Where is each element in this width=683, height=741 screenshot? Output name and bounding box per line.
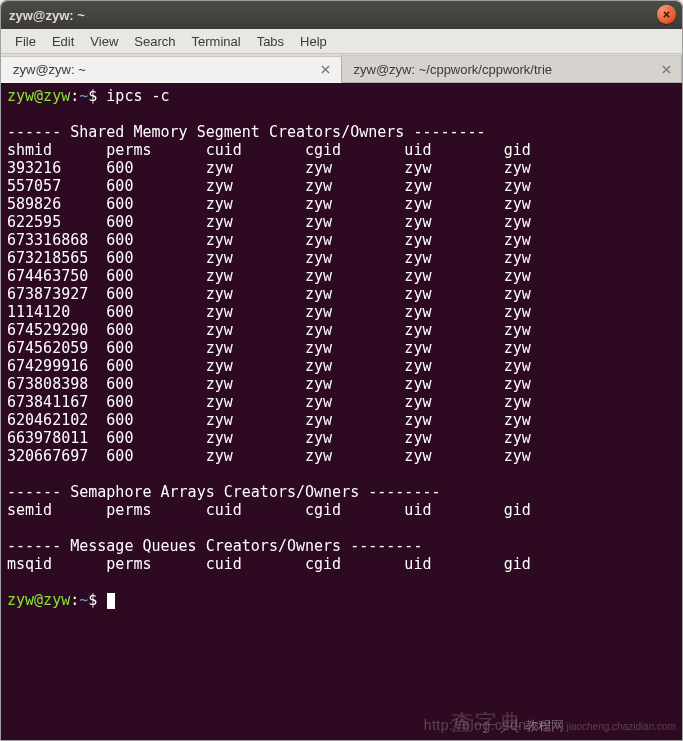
tab-close-icon[interactable] (659, 62, 673, 76)
menubar: FileEditViewSearchTerminalTabsHelp (1, 29, 682, 54)
command-text: ipcs -c (106, 87, 169, 105)
tab-label: zyw@zyw: ~/cppwork/cppwork/trie (354, 62, 553, 77)
tabbar: zyw@zyw: ~zyw@zyw: ~/cppwork/cppwork/tri… (1, 54, 682, 83)
terminal-tab-0[interactable]: zyw@zyw: ~ (1, 56, 342, 83)
prompt-path: ~ (79, 87, 88, 105)
terminal-output[interactable]: zyw@zyw:~$ ipcs -c ------ Shared Memory … (1, 83, 682, 740)
window-title: zyw@zyw: ~ (9, 8, 85, 23)
window-close-button[interactable] (657, 5, 676, 24)
close-icon (662, 10, 671, 19)
terminal-tab-1[interactable]: zyw@zyw: ~/cppwork/cppwork/trie (342, 55, 683, 82)
watermark-logo: 查字典教程网jiaocheng.chazidian.com (451, 714, 676, 736)
menu-tabs[interactable]: Tabs (249, 31, 292, 52)
menu-search[interactable]: Search (126, 31, 183, 52)
tab-close-icon[interactable] (319, 63, 333, 77)
window-titlebar: zyw@zyw: ~ (1, 1, 682, 29)
menu-help[interactable]: Help (292, 31, 335, 52)
terminal-cursor (107, 593, 115, 609)
menu-edit[interactable]: Edit (44, 31, 82, 52)
tab-label: zyw@zyw: ~ (13, 62, 86, 77)
menu-file[interactable]: File (7, 31, 44, 52)
menu-view[interactable]: View (82, 31, 126, 52)
prompt-userhost: zyw@zyw (7, 87, 70, 105)
menu-terminal[interactable]: Terminal (184, 31, 249, 52)
